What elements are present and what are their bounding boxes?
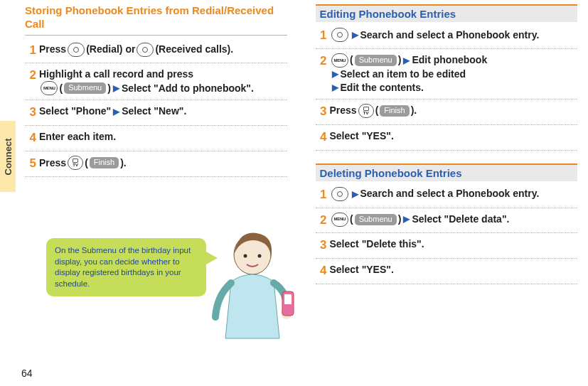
finish-badge: Finish [90, 157, 119, 168]
step-body: Select "Phone" ▶ Select "New". [39, 104, 287, 118]
step-number: 5 [25, 156, 36, 172]
svg-point-1 [244, 254, 247, 258]
step-body: ▶ Search and select a Phonebook entry. [330, 28, 578, 42]
step-number: 1 [316, 187, 327, 203]
delete-block: Deleting Phonebook Entries 1 ▶ Search an… [316, 163, 578, 285]
step: 4 Select "YES". [316, 263, 578, 284]
menu-key-icon: MENU [331, 53, 348, 68]
menu-key-icon: MENU [331, 213, 348, 227]
text: Select "Add to phonebook". [122, 82, 254, 95]
text: Search and select a Phonebook entry. [360, 187, 540, 200]
text: Select an item to be edited [341, 68, 466, 81]
text: Select "New". [122, 104, 186, 118]
text: ( [375, 104, 379, 117]
heading-storing: Storing Phonebook Entries from Redial/Re… [25, 4, 287, 36]
heading-editing: Editing Phonebook Entries [316, 4, 578, 22]
nav-right-key-icon [68, 43, 85, 57]
step-number: 3 [316, 237, 327, 254]
arrow-right-icon: ▶ [352, 29, 358, 41]
step-body: Select "YES". [330, 129, 578, 143]
step-number: 3 [316, 104, 327, 120]
submenu-badge: Submenu [355, 214, 397, 225]
text: Select "YES". [330, 130, 394, 141]
step-body: ▶ Search and select a Phonebook entry. [330, 187, 578, 201]
side-tab: Connect [0, 121, 16, 192]
step-body: MENU ( Submenu ) ▶ Select "Delete data". [330, 213, 578, 227]
text: Press [330, 104, 357, 117]
step-number: 1 [25, 43, 36, 59]
step-number: 2 [316, 213, 327, 229]
step: 3 Select "Delete this". [316, 237, 578, 259]
tip-callout: On the Submenu of the birthday input dis… [46, 238, 206, 296]
text: (Received calls). [155, 43, 233, 56]
step-number: 2 [25, 68, 36, 84]
step: 5 Press TV ( Finish ). [25, 156, 287, 177]
step-body: Press (Redial) or (Received calls). [39, 43, 287, 57]
text: ). [120, 156, 127, 170]
text: ) [398, 53, 402, 67]
step-number: 1 [316, 28, 327, 44]
step: 2 Highlight a call record and press MENU… [25, 68, 287, 100]
text: ) [398, 213, 402, 226]
text: ( [350, 213, 353, 226]
text: Edit phonebook [412, 53, 487, 67]
text: Press [39, 156, 66, 170]
arrow-right-icon: ▶ [113, 82, 119, 94]
step: 4 Enter each item. [25, 130, 287, 151]
step-number: 4 [316, 263, 327, 279]
step-number: 3 [25, 104, 36, 121]
step-body: Enter each item. [39, 130, 287, 144]
arrow-right-icon: ▶ [352, 188, 358, 200]
text: ( [85, 156, 88, 170]
step-body: Highlight a call record and press MENU (… [39, 68, 287, 95]
step-number: 4 [316, 129, 327, 146]
arrow-right-icon: ▶ [113, 106, 119, 117]
step: 1 Press (Redial) or (Received calls). [25, 43, 287, 64]
step-body: Select "YES". [330, 263, 578, 277]
svg-rect-5 [284, 294, 292, 304]
finish-badge: Finish [380, 105, 409, 117]
nav-down-key-icon [331, 28, 348, 42]
step-body: Press TV ( Finish ). [330, 104, 578, 118]
step: 2 MENU ( Submenu ) ▶ Edit phonebook ▶ Se… [316, 53, 578, 100]
step: 1 ▶ Search and select a Phonebook entry. [316, 187, 578, 208]
text: Press [39, 43, 66, 56]
edit-block: Editing Phonebook Entries 1 ▶ Search and… [316, 4, 578, 151]
text: Select "Delete data". [412, 213, 509, 226]
side-tab-label: Connect [3, 138, 14, 175]
text: ) [107, 82, 111, 95]
page-number: 64 [21, 368, 33, 379]
right-column: Editing Phonebook Entries 1 ▶ Search and… [301, 0, 582, 386]
arrow-right-icon: ▶ [332, 68, 338, 80]
step: 2 MENU ( Submenu ) ▶ Select "Delete data… [316, 213, 578, 234]
menu-key-icon: MENU [41, 81, 58, 95]
text: Enter each item. [39, 131, 116, 142]
svg-point-2 [258, 254, 262, 258]
step-body: Select "Delete this". [330, 237, 578, 251]
arrow-right-icon: ▶ [403, 213, 410, 225]
text: ). [411, 104, 417, 117]
step-body: MENU ( Submenu ) ▶ Edit phonebook ▶ Sele… [330, 53, 578, 95]
step: 3 Select "Phone" ▶ Select "New". [25, 104, 287, 126]
text: Search and select a Phonebook entry. [360, 28, 540, 42]
text: ( [350, 53, 353, 67]
heading-deleting: Deleting Phonebook Entries [316, 163, 578, 181]
camera-tv-key-icon: TV [358, 104, 374, 118]
text: Select "Phone" [39, 104, 111, 118]
step: 1 ▶ Search and select a Phonebook entry. [316, 28, 578, 49]
step: 4 Select "YES". [316, 129, 578, 151]
nav-down-key-icon [331, 187, 348, 201]
arrow-right-icon: ▶ [403, 55, 410, 66]
text: Select "Delete this". [330, 238, 424, 250]
step-number: 4 [25, 130, 36, 146]
step-number: 2 [316, 53, 327, 70]
submenu-badge: Submenu [64, 82, 106, 94]
step-body: Press TV ( Finish ). [39, 156, 287, 170]
text: ( [59, 82, 63, 95]
nav-left-key-icon [137, 43, 154, 57]
text: (Redial) or [86, 43, 135, 56]
submenu-badge: Submenu [355, 55, 397, 66]
camera-tv-key-icon: TV [68, 156, 83, 170]
text: Highlight a call record and press [39, 68, 193, 81]
step: 3 Press TV ( Finish ). [316, 104, 578, 125]
